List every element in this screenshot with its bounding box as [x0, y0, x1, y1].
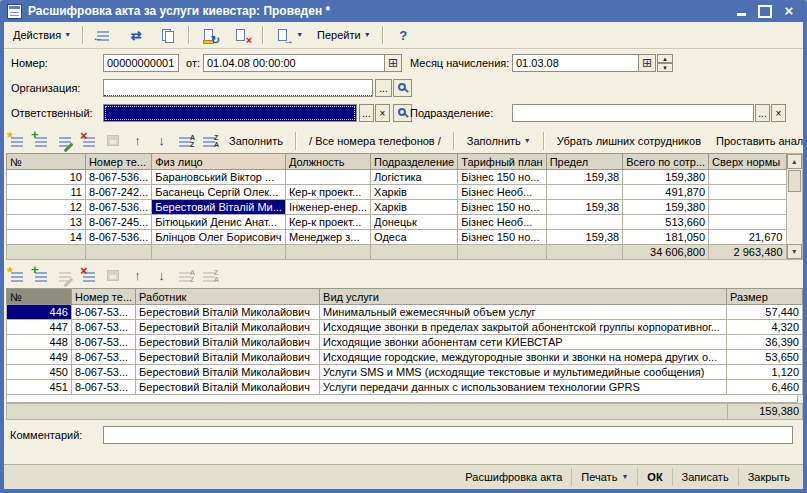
column-header[interactable]: Подразделение — [371, 154, 458, 170]
month-calendar-button[interactable]: ⊞ — [638, 55, 655, 71]
table-row[interactable]: 14 8-067-536... Блінцов Олег Борисович М… — [7, 230, 787, 245]
column-header[interactable]: Всего по сотр... — [623, 154, 709, 170]
spinner-up-button[interactable]: ▲ — [657, 54, 673, 63]
column-header[interactable]: Вид услуги — [320, 289, 727, 305]
edit-row-button[interactable] — [55, 132, 76, 150]
save-button[interactable]: Записать — [672, 468, 738, 486]
column-header[interactable]: № — [7, 289, 72, 305]
column-header[interactable]: Работник — [136, 289, 320, 305]
minimize-icon[interactable] — [734, 4, 748, 18]
column-header[interactable]: Сверх нормы — [709, 154, 786, 170]
table-row-selected[interactable]: 12 8-067-536... Берестовий Віталій Ми...… — [7, 200, 787, 215]
scroll-down-button[interactable]: ▼ — [787, 244, 803, 259]
magnifier-icon — [398, 108, 406, 116]
comment-label: Комментарий: — [10, 429, 103, 441]
close-icon[interactable]: × — [782, 4, 796, 18]
add-row-button[interactable]: * — [7, 267, 28, 285]
column-header[interactable]: Тарифный план — [458, 154, 546, 170]
comment-input[interactable] — [104, 427, 792, 443]
move-up-button[interactable]: ↑ — [127, 132, 148, 150]
remove-extra-employees-button[interactable]: Убрать лишних сотрудников — [551, 133, 707, 149]
table-row[interactable]: 447 8-067-53... Берестовий Віталій Микол… — [7, 320, 803, 335]
column-header[interactable]: Предел — [546, 154, 623, 170]
all-phone-numbers-button[interactable]: / Все номера телефонов / — [303, 133, 447, 149]
refresh-button[interactable]: ⇄ — [121, 24, 151, 47]
add-row-button[interactable]: * — [7, 132, 28, 150]
actions-button[interactable]: Действия ▼ — [7, 26, 77, 44]
table-row[interactable]: 448 8-067-53... Берестовий Віталій Микол… — [7, 335, 803, 350]
help-button[interactable]: ? — [389, 25, 418, 46]
act-decrypt-button[interactable]: Расшифровка акта — [456, 468, 571, 486]
responsible-input[interactable] — [104, 105, 356, 121]
edit-row-button[interactable] — [55, 267, 76, 285]
chevron-down-icon: ▼ — [296, 31, 303, 39]
apply-button[interactable] — [103, 132, 124, 150]
copy-button[interactable] — [153, 24, 183, 47]
responsible-ellipsis-button[interactable]: ... — [359, 104, 374, 122]
post-document-button[interactable]: ↻ — [195, 24, 225, 47]
refresh-icon: ⇄ — [127, 27, 145, 44]
table-row[interactable]: 451 8-067-53... Берестовий Віталій Микол… — [7, 380, 803, 395]
undo-posting-button[interactable]: × — [227, 24, 257, 47]
column-header[interactable]: Номер те... — [85, 154, 151, 170]
table-row-selected[interactable]: 446 8-067-53... Берестовий Віталій Микол… — [7, 305, 803, 320]
services-table: № Номер те... Работник Вид услуги Размер… — [6, 288, 803, 395]
spinner-down-button[interactable]: ▼ — [657, 63, 673, 72]
column-header[interactable]: Физ лицо — [152, 154, 286, 170]
selected-cell[interactable]: Берестовий Віталій Ми... — [152, 200, 286, 215]
table-row[interactable]: 450 8-067-53... Берестовий Віталій Микол… — [7, 365, 803, 380]
selected-cell[interactable]: 446 — [7, 305, 72, 320]
ok-button[interactable]: ОК — [637, 468, 671, 486]
create-based-on-button[interactable]: → ▼ — [269, 24, 309, 47]
responsible-clear-button[interactable]: × — [375, 104, 390, 122]
edit-row-icon — [57, 133, 74, 149]
column-header[interactable]: Должность — [285, 154, 370, 170]
close-button[interactable]: Закрыть — [738, 468, 799, 486]
employees-scrollbar[interactable]: ▲ ▼ — [787, 153, 804, 260]
move-down-button[interactable]: ↓ — [151, 267, 172, 285]
delete-row-button[interactable]: × — [79, 132, 100, 150]
column-header[interactable]: Размер — [727, 289, 803, 305]
table-row[interactable]: 10 8-067-536... Барановський Віктор ... … — [7, 170, 787, 185]
scroll-track[interactable] — [787, 193, 803, 244]
fill-button[interactable]: Заполнить — [223, 133, 289, 149]
division-clear-button[interactable]: × — [771, 104, 786, 122]
date-input[interactable] — [204, 55, 384, 71]
division-ellipsis-button[interactable]: ... — [755, 104, 770, 122]
go-button[interactable]: Перейти ▼ — [311, 26, 377, 44]
date-calendar-button[interactable]: ⊞ — [384, 55, 401, 71]
scroll-thumb[interactable] — [788, 170, 802, 192]
delete-row-button[interactable]: × — [79, 267, 100, 285]
calendar-icon: ⊞ — [642, 57, 652, 69]
sort-desc-button[interactable]: ZA — [199, 132, 220, 150]
organization-search-button[interactable] — [393, 79, 412, 97]
apply-button[interactable] — [103, 267, 124, 285]
number-input[interactable] — [104, 55, 178, 71]
set-analytics-button[interactable]: Проставить аналитику▼ — [710, 133, 803, 149]
sort-asc-button[interactable]: AZ — [175, 267, 196, 285]
sort-asc-button[interactable]: AZ — [175, 132, 196, 150]
scroll-up-button[interactable]: ▲ — [787, 154, 803, 169]
copy-row-button[interactable]: + — [31, 267, 52, 285]
fill-menu-button[interactable]: Заполнить▼ — [461, 133, 537, 149]
toolbar-separator — [382, 26, 384, 44]
responsible-label: Ответственный: — [11, 107, 93, 119]
month-input[interactable] — [513, 55, 638, 71]
table-row[interactable]: 11 8-067-242... Басанець Сергій Олек... … — [7, 185, 787, 200]
reread-button[interactable]: ← — [89, 24, 119, 47]
maximize-icon[interactable] — [758, 4, 772, 18]
sort-desc-button[interactable]: ZA — [199, 267, 220, 285]
division-input[interactable] — [513, 105, 753, 121]
organization-input[interactable] — [104, 80, 372, 96]
employees-header-row: № Номер те... Физ лицо Должность Подразд… — [7, 154, 787, 170]
print-button[interactable]: Печать▼ — [571, 468, 637, 486]
organization-ellipsis-button[interactable]: ... — [375, 79, 392, 97]
table-row[interactable]: 449 8-067-53... Берестовий Віталій Микол… — [7, 350, 803, 365]
table-row[interactable]: 13 8-067-245... Бітюцький Денис Анат... … — [7, 215, 787, 230]
copy-row-button[interactable]: + — [31, 132, 52, 150]
column-header[interactable]: № — [7, 154, 86, 170]
move-up-button[interactable]: ↑ — [127, 267, 148, 285]
column-header[interactable]: Номер те... — [71, 289, 135, 305]
chevron-down-icon: ▼ — [364, 31, 371, 39]
move-down-button[interactable]: ↓ — [151, 132, 172, 150]
